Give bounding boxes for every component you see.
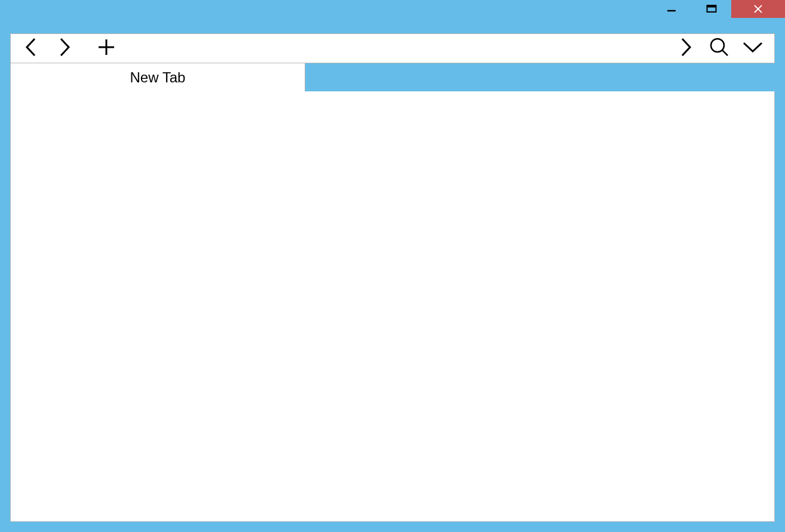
window-titlebar [0, 0, 785, 24]
go-button[interactable] [669, 34, 703, 63]
tab-label: New Tab [130, 69, 186, 86]
svg-line-8 [722, 50, 728, 56]
plus-icon [97, 38, 116, 59]
minimize-icon [667, 4, 676, 14]
chevron-left-icon [22, 37, 40, 60]
back-button[interactable] [14, 34, 48, 63]
search-icon [709, 37, 729, 60]
forward-button[interactable] [48, 34, 81, 63]
nav-left-group [11, 34, 123, 63]
nav-right-group [669, 34, 774, 63]
close-button[interactable] [731, 0, 785, 18]
tab-strip: New Tab [10, 63, 775, 91]
minimize-button[interactable] [651, 0, 691, 18]
close-icon [753, 4, 763, 14]
search-button[interactable] [703, 34, 736, 63]
maximize-button[interactable] [691, 0, 731, 18]
svg-point-7 [711, 39, 724, 52]
toolbar [10, 33, 775, 63]
content-area [10, 91, 775, 522]
chevron-right-icon [677, 37, 695, 60]
chevron-down-icon [742, 40, 763, 57]
new-tab-button[interactable] [90, 34, 123, 63]
window-controls [651, 0, 785, 24]
chevron-right-icon [56, 37, 73, 60]
tab-new-tab[interactable]: New Tab [10, 63, 305, 91]
menu-button[interactable] [736, 34, 769, 63]
maximize-icon [706, 4, 717, 14]
